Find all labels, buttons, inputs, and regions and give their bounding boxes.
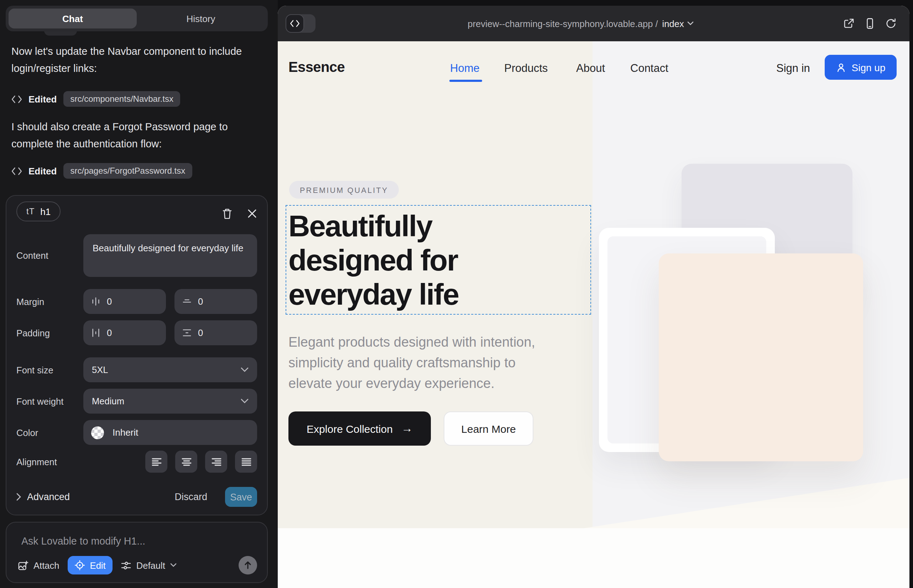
element-type-badge[interactable]: tT h1 xyxy=(16,202,60,221)
element-tag: h1 xyxy=(40,206,50,217)
color-row: Color Inherit xyxy=(16,420,257,445)
code-icon xyxy=(11,167,22,175)
code-icon xyxy=(290,20,300,27)
color-select[interactable]: Inherit xyxy=(83,420,257,445)
mode-selector[interactable]: Default xyxy=(121,560,176,570)
content-input[interactable]: Beautifully designed for everyday life xyxy=(83,234,257,277)
padding-x-input[interactable]: 0 xyxy=(83,320,166,345)
prompt-actions: Attach Edit Default xyxy=(18,556,257,575)
padding-horizontal-icon xyxy=(91,328,100,338)
mobile-view-icon[interactable] xyxy=(864,18,875,29)
attach-image-icon xyxy=(18,560,29,570)
chevron-down-icon xyxy=(688,21,694,26)
prompt-input[interactable]: Ask Lovable to modify H1... xyxy=(21,535,145,547)
margin-x-input[interactable]: 0 xyxy=(83,289,166,314)
element-editor-panel: tT h1 Content Beautifully designed for e… xyxy=(6,195,268,515)
font-size-label: Font size xyxy=(16,365,53,375)
edit-mode-button[interactable]: Edit xyxy=(68,556,113,575)
nav-link-products[interactable]: Products xyxy=(504,62,548,75)
content-row: Content Beautifully designed for everyda… xyxy=(16,234,257,277)
delete-element-button[interactable] xyxy=(220,207,234,221)
tab-chat[interactable]: Chat xyxy=(8,8,137,29)
tab-history[interactable]: History xyxy=(137,8,265,29)
target-icon xyxy=(75,560,85,570)
align-justify-button[interactable] xyxy=(235,451,257,473)
hero-heading[interactable]: Beautifully designed for everyday life xyxy=(288,209,459,312)
site-logo[interactable]: Essence xyxy=(288,59,345,76)
arrow-right-icon: → xyxy=(401,422,413,435)
discard-button[interactable]: Discard xyxy=(175,491,207,502)
text-element-icon: tT xyxy=(26,207,34,216)
refresh-icon[interactable] xyxy=(885,18,897,29)
nav-link-contact[interactable]: Contact xyxy=(630,62,669,75)
padding-label: Padding xyxy=(16,328,50,338)
sign-in-link[interactable]: Sign in xyxy=(776,62,810,75)
nav-link-home[interactable]: Home xyxy=(450,62,480,75)
padding-vertical-icon xyxy=(182,328,191,338)
active-nav-underline xyxy=(449,80,482,81)
margin-horizontal-icon xyxy=(91,297,100,306)
next-section-background xyxy=(278,528,910,588)
chat-history-tabs: Chat History xyxy=(6,6,268,31)
sign-up-button[interactable]: Sign up xyxy=(825,55,897,80)
lovable-app: Chat History Now let's update the Navbar… xyxy=(0,0,913,588)
site-canvas: Essence Home Products About Contact Sign… xyxy=(278,41,910,588)
align-center-button[interactable] xyxy=(175,451,197,473)
send-button[interactable] xyxy=(239,556,257,575)
code-icon xyxy=(11,95,22,103)
content-label: Content xyxy=(16,250,49,261)
margin-label: Margin xyxy=(16,296,44,307)
chevron-right-icon xyxy=(16,493,21,501)
font-weight-row: Font weight Medium xyxy=(16,389,257,414)
font-weight-label: Font weight xyxy=(16,396,63,407)
font-size-select[interactable]: 5XL xyxy=(83,357,257,382)
font-weight-select[interactable]: Medium xyxy=(83,389,257,414)
preview-panel: preview--charming-site-symphony.lovable.… xyxy=(278,6,910,588)
hero-paragraph[interactable]: Elegant products designed with intention… xyxy=(288,332,535,394)
padding-row: Padding 0 0 xyxy=(16,320,257,345)
edited-label: Edited xyxy=(29,94,57,104)
align-right-button[interactable] xyxy=(205,451,227,473)
edited-file-row[interactable]: Edited src/components/Navbar.tsx xyxy=(11,90,181,108)
attach-button[interactable]: Attach xyxy=(18,560,60,570)
chevron-down-icon xyxy=(241,399,249,404)
learn-more-button[interactable]: Learn More xyxy=(444,412,533,446)
alignment-row: Alignment xyxy=(16,451,257,473)
margin-vertical-icon xyxy=(182,297,191,306)
preview-url-bar[interactable]: preview--charming-site-symphony.lovable.… xyxy=(321,6,841,41)
url-domain: preview--charming-site-symphony.lovable.… xyxy=(468,18,658,29)
color-label: Color xyxy=(16,427,38,438)
assistant-message: I should also create a Forgot Password p… xyxy=(11,118,266,152)
save-button[interactable]: Save xyxy=(225,487,257,507)
assistant-message: Now let's update the Navbar component to… xyxy=(11,43,266,77)
code-preview-toggle[interactable] xyxy=(286,14,316,33)
editor-footer: Advanced Discard Save xyxy=(16,487,257,507)
edited-label: Edited xyxy=(29,165,57,176)
edited-file-row[interactable]: Edited src/pages/ForgotPassword.tsx xyxy=(11,162,192,180)
file-path-badge[interactable]: src/components/Navbar.tsx xyxy=(63,91,180,107)
decorative-card-peach xyxy=(659,254,863,461)
chat-panel: Chat History Now let's update the Navbar… xyxy=(0,0,278,588)
chevron-down-icon xyxy=(241,367,249,372)
nav-link-about[interactable]: About xyxy=(576,62,605,75)
alignment-label: Alignment xyxy=(16,456,57,467)
open-external-icon[interactable] xyxy=(843,18,855,29)
advanced-toggle[interactable]: Advanced xyxy=(16,491,70,502)
align-left-button[interactable] xyxy=(145,451,167,473)
file-path-badge[interactable]: src/pages/ForgotPassword.tsx xyxy=(63,163,192,179)
explore-collection-button[interactable]: Explore Collection → xyxy=(288,412,431,446)
sliders-icon xyxy=(121,561,131,570)
topbar-actions xyxy=(843,6,897,41)
arrow-up-icon xyxy=(244,561,252,570)
url-page-selector[interactable]: index xyxy=(662,18,694,29)
code-toggle-active-segment[interactable] xyxy=(286,14,304,33)
font-size-row: Font size 5XL xyxy=(16,357,257,382)
color-swatch-checkerboard xyxy=(91,426,104,439)
padding-y-input[interactable]: 0 xyxy=(175,320,257,345)
margin-y-input[interactable]: 0 xyxy=(175,289,257,314)
margin-row: Margin 0 0 xyxy=(16,289,257,314)
close-editor-button[interactable] xyxy=(245,207,259,221)
prompt-composer[interactable]: Ask Lovable to modify H1... Attach Edit xyxy=(6,522,268,583)
preview-topbar: preview--charming-site-symphony.lovable.… xyxy=(278,6,910,41)
user-icon xyxy=(836,62,846,72)
